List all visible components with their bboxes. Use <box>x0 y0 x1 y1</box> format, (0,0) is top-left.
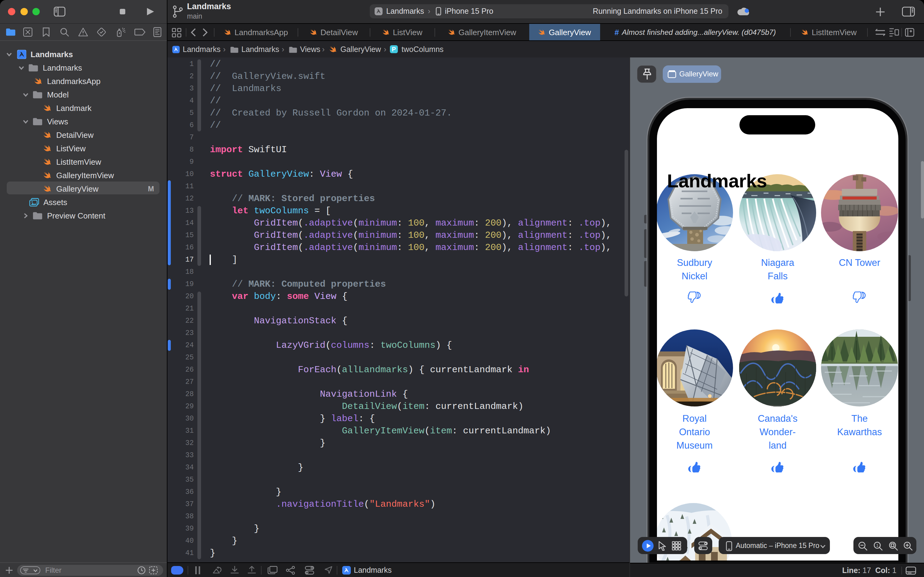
svg-text:1: 1 <box>876 543 878 548</box>
